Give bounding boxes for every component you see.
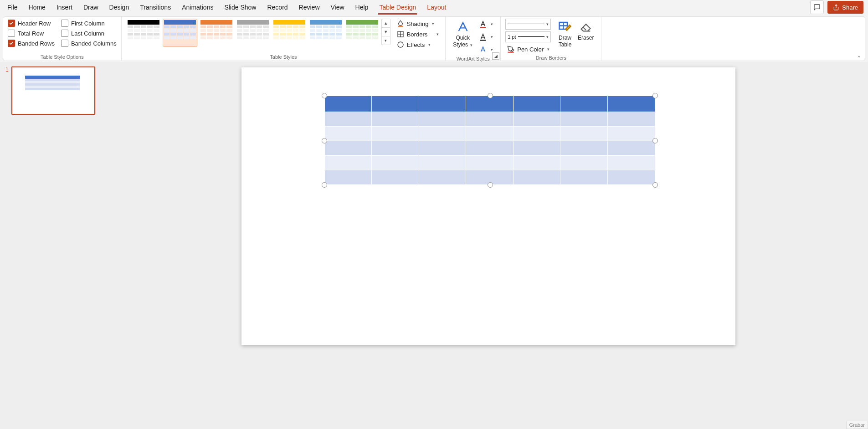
table-style-swatch-6[interactable]: [345, 19, 380, 47]
gallery-down-icon[interactable]: ▼: [382, 28, 390, 36]
pen-color-icon: [507, 46, 514, 53]
table-style-swatch-2[interactable]: [199, 19, 234, 47]
pen-color-button[interactable]: Pen Color▾: [505, 44, 551, 54]
comments-button[interactable]: [810, 0, 824, 14]
tab-record[interactable]: Record: [262, 0, 293, 15]
quick-styles-button[interactable]: Quick Styles ▾: [450, 19, 475, 49]
selection-handle[interactable]: [652, 182, 658, 188]
tab-view[interactable]: View: [325, 0, 350, 15]
selection-handle[interactable]: [322, 138, 327, 143]
table-row: [324, 141, 655, 156]
selection-handle[interactable]: [488, 93, 493, 98]
pen-style-dropdown[interactable]: ▾: [505, 19, 551, 30]
tab-review[interactable]: Review: [293, 0, 325, 15]
chk-banded-columns[interactable]: Banded Columns: [61, 39, 117, 48]
gallery-more-icon[interactable]: ▾: [382, 36, 390, 45]
tab-design[interactable]: Design: [104, 0, 135, 15]
group-label-tablestyles: Table Styles: [126, 53, 441, 61]
table-row: [324, 112, 655, 127]
eraser-button[interactable]: Eraser: [575, 19, 596, 42]
group-label-drawborders: Draw Borders: [505, 54, 596, 61]
draw-table-button[interactable]: Draw Table: [555, 19, 575, 49]
selection-handle[interactable]: [652, 138, 658, 143]
selection-handle[interactable]: [322, 182, 327, 188]
tab-layout[interactable]: Layout: [421, 0, 452, 15]
tab-transitions[interactable]: Transitions: [134, 0, 176, 15]
pen-weight-dropdown[interactable]: 1 pt▾: [505, 31, 551, 42]
wordart-dialog-launcher[interactable]: ◢: [492, 52, 499, 60]
selection-handle[interactable]: [652, 93, 658, 98]
tab-help[interactable]: Help: [350, 0, 374, 15]
slide-canvas-area[interactable]: [108, 62, 868, 429]
gallery-scroll[interactable]: ▲ ▼ ▾: [381, 19, 390, 45]
chk-banded-rows[interactable]: Banded Rows: [8, 39, 55, 48]
text-outline-button[interactable]: ▾: [477, 31, 495, 42]
share-icon: [833, 4, 839, 10]
borders-icon: [397, 31, 404, 38]
quick-styles-icon: [457, 20, 469, 33]
gallery-up-icon[interactable]: ▲: [382, 19, 390, 28]
table-style-swatch-0[interactable]: [126, 19, 161, 47]
slide-table[interactable]: [324, 96, 655, 185]
table-styles-gallery: [126, 19, 380, 47]
chk-total-row[interactable]: Total Row: [8, 29, 55, 38]
chk-last-column[interactable]: Last Column: [61, 29, 117, 38]
share-label: Share: [842, 4, 858, 11]
table-row: [324, 156, 655, 170]
table-style-swatch-3[interactable]: [236, 19, 270, 47]
chk-header-row[interactable]: Header Row: [8, 19, 55, 28]
table-style-swatch-5[interactable]: [308, 19, 343, 47]
table-style-swatch-4[interactable]: [272, 19, 307, 47]
comment-icon: [813, 4, 821, 11]
share-button[interactable]: Share: [827, 1, 863, 14]
collapse-ribbon-button[interactable]: ⌄: [857, 53, 861, 59]
draw-table-icon: [558, 20, 572, 34]
text-fill-button[interactable]: ▾: [477, 19, 495, 30]
chk-first-column[interactable]: First Column: [61, 19, 117, 28]
eraser-icon: [580, 20, 592, 33]
ribbon: Header Row Total Row Banded Rows First C…: [3, 16, 865, 61]
table-row: [324, 127, 655, 141]
slide-1[interactable]: [241, 67, 735, 345]
table-object[interactable]: [324, 96, 655, 185]
svg-point-5: [398, 42, 403, 47]
shading-icon: [397, 20, 404, 27]
slide-thumbnail-1[interactable]: [11, 66, 95, 115]
tab-slideshow[interactable]: Slide Show: [219, 0, 262, 15]
tab-home[interactable]: Home: [23, 0, 51, 15]
group-label-wordart: WordArt Styles: [450, 55, 496, 62]
slide-number-1: 1: [5, 66, 9, 115]
tab-file[interactable]: File: [2, 0, 23, 15]
text-outline-icon: [479, 33, 487, 41]
group-label-styleopts: Table Style Options: [8, 53, 117, 61]
selection-handle[interactable]: [488, 182, 493, 188]
text-fill-icon: [479, 20, 487, 28]
effects-icon: [397, 41, 404, 48]
status-record[interactable]: Grabar: [846, 421, 868, 429]
tab-animations[interactable]: Animations: [176, 0, 219, 15]
slide-thumbnails-panel: 1: [0, 62, 108, 429]
selection-handle[interactable]: [322, 93, 327, 98]
shading-button[interactable]: Shading▾: [395, 19, 441, 29]
tab-table-design[interactable]: Table Design: [374, 0, 421, 15]
ribbon-tabs: File Home Insert Draw Design Transitions…: [0, 0, 868, 15]
tab-insert[interactable]: Insert: [51, 0, 78, 15]
effects-button[interactable]: Effects▾: [395, 40, 441, 50]
table-style-swatch-1[interactable]: [163, 19, 197, 47]
text-effects-icon: [479, 46, 487, 54]
tab-draw[interactable]: Draw: [78, 0, 104, 15]
borders-button[interactable]: Borders▾: [395, 29, 441, 39]
